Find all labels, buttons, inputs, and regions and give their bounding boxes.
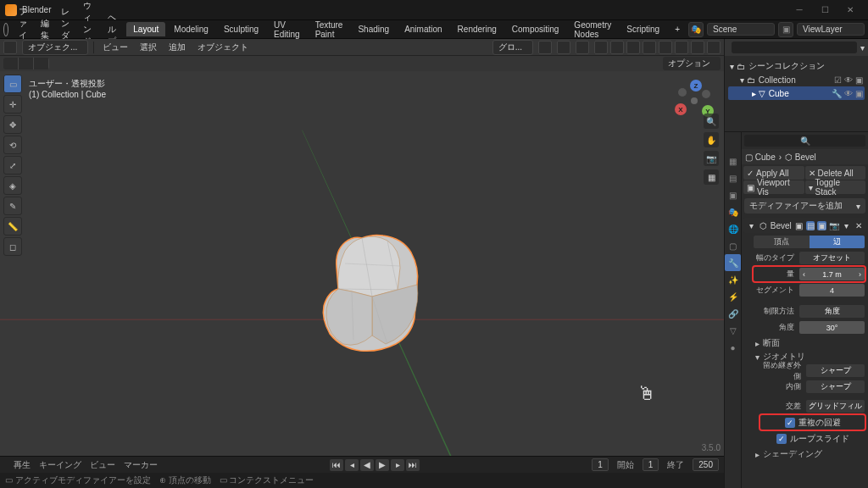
jump-start-icon[interactable]: ⏮ [330,459,343,471]
tab-animation[interactable]: Animation [398,22,448,36]
tab-texture[interactable]: Texture Paint [309,18,350,42]
viewport-vis-button[interactable]: ▣ Viewport Vis [743,180,804,194]
frame-current[interactable]: 1 [592,458,609,471]
mode-select[interactable]: オブジェク... [22,40,88,55]
tab-modifiers[interactable]: 🔧 [725,254,741,271]
menu-select[interactable]: 選択 [136,42,160,53]
modifier-icon[interactable]: 🔧 [832,89,842,98]
intersect-select[interactable]: グリッドフィル [806,400,865,413]
viewport-3d[interactable]: ユーザー・透視投影 (1) Collection | Cube ▭ ✛ ✥ ⟲ … [0,71,724,456]
options-dropdown[interactable]: オプション [663,57,721,70]
scene-icon[interactable]: 🎭 [688,22,704,37]
orientation-select[interactable]: グロ... [492,40,533,55]
select-mode-segment[interactable] [3,58,49,69]
limit-select[interactable]: 角度 [799,305,865,318]
show-render-icon[interactable]: 📷 [829,221,839,230]
angle-input[interactable]: 30° [799,321,865,334]
jump-end-icon[interactable]: ⏭ [406,459,420,471]
perspective-icon[interactable]: ▦ [704,169,719,185]
amount-input[interactable]: ‹1.7 m› [799,268,865,280]
tab-physics[interactable]: ⚡ [725,288,741,305]
tab-scene[interactable]: 🎭 [725,203,741,220]
loop-slide-checkbox[interactable]: ✓ループスライド [776,432,849,446]
add-modifier-dropdown[interactable]: モディファイアーを追加▾ [744,198,865,214]
exclude-icon[interactable]: ☑ [834,75,842,85]
show-viewport-icon[interactable]: ▣ [817,221,826,230]
crumb-obj[interactable]: ▢ Cube [745,152,776,162]
show-editmode-icon[interactable]: ▤ [806,221,815,230]
maximize-button[interactable]: ☐ [812,5,837,14]
segments-input[interactable]: 4 [799,284,865,297]
props-search[interactable]: 🔍 [744,135,865,147]
keyframe-next-icon[interactable]: ▸ [391,459,404,471]
tab-modeling[interactable]: Modeling [167,22,215,36]
tab-world[interactable]: 🌐 [725,220,741,237]
frame-start[interactable]: 1 [643,458,659,471]
keyframe-prev-icon[interactable]: ◂ [345,459,359,471]
menu-add[interactable]: 追加 [165,42,189,53]
tool-annotate[interactable]: ✎ [3,197,22,215]
tab-output[interactable]: ▤ [725,169,741,186]
tab-particles[interactable]: ✨ [725,271,741,288]
tab-material[interactable]: ● [725,339,741,356]
hide-icon[interactable]: 👁 [844,75,853,85]
miter-outer-select[interactable]: シャープ [806,364,865,377]
tab-shading[interactable]: Shading [351,22,396,36]
tool-cursor[interactable]: ✛ [3,95,22,114]
disable-icon[interactable]: ▣ [855,75,863,85]
snap-icon[interactable] [557,41,570,54]
menu-object[interactable]: オブジェクト [194,42,252,53]
delete-modifier-icon[interactable]: ✕ [854,221,863,230]
timeline-keying-menu[interactable]: キーイング [39,459,81,471]
tab-object[interactable]: ▢ [725,237,741,254]
gizmo-toggle-icon[interactable] [610,41,624,54]
collection-row[interactable]: ▾ 🗀 Collection ☑👁▣ [728,73,865,86]
overlay-visibility-icon[interactable] [594,41,608,54]
tool-move[interactable]: ✥ [3,115,22,134]
proportional-icon[interactable] [576,41,589,54]
profile-section[interactable]: ▸ 断面 [754,336,865,350]
tab-geonodes[interactable]: Geometry Nodes [567,18,618,42]
pivot-icon[interactable] [538,41,552,54]
viewlayer-name[interactable]: ViewLayer [797,23,865,36]
tool-transform[interactable]: ◈ [3,176,22,195]
tab-add[interactable]: + [668,22,687,36]
modifier-name[interactable]: Bevel [771,221,792,230]
tab-compositing[interactable]: Compositing [505,22,566,36]
tab-sculpting[interactable]: Sculpting [217,22,265,36]
expand-icon[interactable]: ▾ [747,221,756,230]
timeline-view-menu[interactable]: ビュー [90,459,115,471]
tool-select-box[interactable]: ▭ [3,75,22,93]
shading-solid-icon[interactable] [675,41,688,54]
shading-matprev-icon[interactable] [691,41,704,54]
overlay-toggle-icon[interactable] [626,41,640,54]
play-icon[interactable]: ▶ [376,459,389,471]
shading-section[interactable]: ▸ シェーディング [754,447,865,461]
tool-scale[interactable]: ⤢ [3,156,22,175]
tool-add-cube[interactable]: ◻ [3,237,22,256]
clamp-overlap-checkbox[interactable]: ✓重複の回避 [785,416,841,430]
show-cage-icon[interactable]: ▣ [794,221,804,230]
zoom-icon[interactable]: 🔍 [704,114,719,129]
tab-scripting[interactable]: Scripting [620,22,666,36]
object-cube-row[interactable]: ▸ ▽ Cube 🔧👁▣ [728,86,865,100]
pan-icon[interactable]: ✋ [704,132,719,147]
tool-rotate[interactable]: ⟲ [3,136,22,154]
camera-icon[interactable]: 📷 [704,151,719,166]
scene-collection-row[interactable]: ▾ 🗀 シーンコレクション [728,59,865,73]
crumb-mod[interactable]: ⬡ Bevel [785,152,816,162]
miter-inner-select[interactable]: シャープ [806,380,865,393]
width-type-select[interactable]: オフセット [799,252,865,264]
tab-rendering[interactable]: Rendering [451,22,504,36]
tab-layout[interactable]: Layout [126,22,165,36]
outliner-search[interactable] [732,42,857,53]
play-reverse-icon[interactable]: ◀ [360,459,374,471]
tab-data[interactable]: ▽ [725,322,741,339]
affect-toggle[interactable]: 頂点辺 [754,236,865,248]
frame-end[interactable]: 250 [693,458,719,471]
shading-render-icon[interactable] [707,41,721,54]
tab-uv[interactable]: UV Editing [267,18,307,42]
scene-name[interactable]: Scene [707,23,775,36]
filter-icon[interactable]: ▾ [860,43,865,53]
tab-render[interactable]: ▦ [725,152,741,169]
